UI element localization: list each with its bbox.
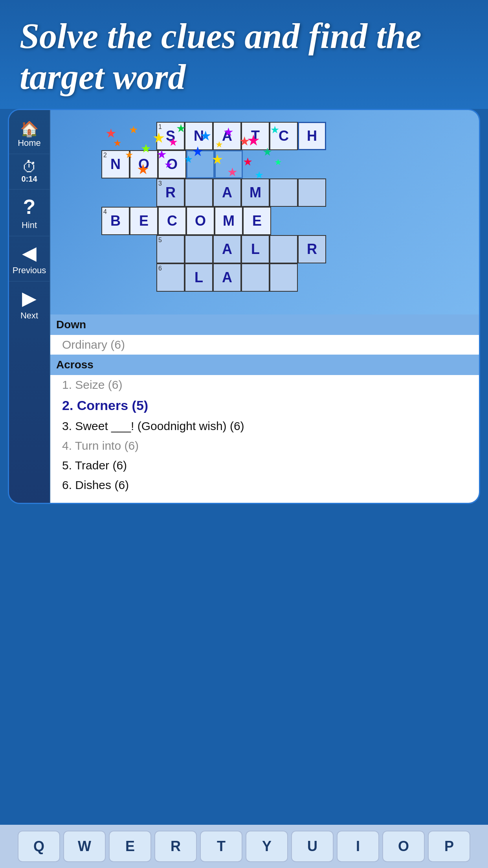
timer-value: 0:14	[21, 175, 37, 184]
key-o[interactable]: O	[382, 831, 425, 862]
clue-across-6[interactable]: 6. Dishes (6)	[58, 475, 471, 495]
cell-5-3[interactable]: A	[213, 235, 241, 263]
previous-label: Previous	[13, 265, 46, 276]
clue-down-1[interactable]: Ordinary (6)	[58, 335, 471, 355]
cell-4-5[interactable]: M	[215, 207, 243, 235]
grid-row-6: 6 L A	[156, 263, 326, 292]
timer-icon: ⏱	[22, 160, 37, 175]
cell-number: 4	[103, 208, 107, 215]
cell-3-6[interactable]	[298, 178, 326, 207]
key-y[interactable]: Y	[246, 831, 288, 862]
sidebar-item-timer: ⏱ 0:14	[9, 154, 50, 189]
cell-6-2[interactable]: L	[185, 263, 213, 292]
cell-1-5[interactable]: C	[270, 122, 298, 150]
clue-across-3[interactable]: 3. Sweet ___! (Goodnight wish) (6)	[58, 416, 471, 436]
cell-5-6[interactable]: R	[298, 235, 326, 263]
cell-number: 2	[103, 152, 107, 159]
header: Solve the clues and find the target word	[0, 0, 488, 109]
grid-row-2: 2 N O O	[101, 150, 326, 178]
sidebar-item-hint[interactable]: ? Hint	[9, 189, 50, 236]
grid-row-3: 3 R A M	[156, 178, 326, 207]
cell-2-5[interactable]	[215, 150, 243, 178]
grid-row-1: 1 S N A T C H	[156, 122, 326, 150]
key-q[interactable]: Q	[18, 831, 60, 862]
clue-across-2[interactable]: 2. Corners (5)	[58, 395, 471, 416]
cell-2-1[interactable]: 2 N	[101, 150, 130, 178]
cell-1-6[interactable]: H	[298, 122, 326, 150]
next-icon: ▶	[22, 287, 37, 309]
cell-4-4[interactable]: O	[186, 207, 215, 235]
clue-across-4[interactable]: 4. Turn into (6)	[58, 436, 471, 456]
game-body: 🏠 Home ⏱ 0:14 ? Hint ◀ Previous ▶ Next	[9, 110, 479, 503]
cell-6-1[interactable]: 6	[156, 263, 185, 292]
cell-2-2[interactable]: O	[130, 150, 158, 178]
cell-1-1[interactable]: 1 S	[156, 122, 185, 150]
next-label: Next	[20, 311, 38, 321]
crossword-grid: 1 S N A T C H 2 N	[101, 122, 326, 292]
header-title: Solve the clues and find the target word	[20, 16, 468, 97]
crossword-area: ★ ★ ★ ★ ★ ★ ★ ★ ★ ★ ★ ★ ★ ★ ★ ★ ★	[50, 110, 479, 314]
game-container: 🏠 Home ⏱ 0:14 ? Hint ◀ Previous ▶ Next	[8, 109, 480, 504]
down-header: Down	[50, 314, 479, 335]
sidebar-item-previous[interactable]: ◀ Previous	[9, 236, 50, 281]
sidebar: 🏠 Home ⏱ 0:14 ? Hint ◀ Previous ▶ Next	[9, 110, 50, 503]
cell-5-1[interactable]: 5	[156, 235, 185, 263]
cell-number: 6	[158, 265, 162, 272]
previous-icon: ◀	[22, 242, 37, 264]
cell-2-4[interactable]	[186, 150, 215, 178]
key-t[interactable]: T	[200, 831, 242, 862]
cell-5-5[interactable]	[270, 235, 298, 263]
cell-1-2[interactable]: N	[185, 122, 213, 150]
key-w[interactable]: W	[63, 831, 106, 862]
hint-icon: ?	[23, 195, 36, 219]
sidebar-item-home[interactable]: 🏠 Home	[9, 116, 50, 154]
home-icon: 🏠	[20, 121, 39, 136]
cell-number: 3	[158, 180, 162, 187]
cell-6-5[interactable]	[270, 263, 298, 292]
cell-5-4[interactable]: L	[241, 235, 270, 263]
cell-6-3[interactable]: A	[213, 263, 241, 292]
keyboard: Q W E R T Y U I O P	[0, 825, 488, 868]
cell-number: 1	[158, 123, 162, 131]
key-i[interactable]: I	[337, 831, 379, 862]
key-p[interactable]: P	[428, 831, 470, 862]
cell-3-1[interactable]: 3 R	[156, 178, 185, 207]
cell-3-2[interactable]	[185, 178, 213, 207]
cell-5-2[interactable]	[185, 235, 213, 263]
grid-row-5: 5 A L R	[156, 235, 326, 263]
clue-across-5[interactable]: 5. Trader (6)	[58, 456, 471, 475]
clues-area: Down Ordinary (6) Across 1. Seize (6) 2.…	[50, 314, 479, 503]
grid-row-4: 4 B E C O M E	[101, 207, 326, 235]
key-u[interactable]: U	[291, 831, 334, 862]
cell-4-3[interactable]: C	[158, 207, 186, 235]
cell-3-5[interactable]	[270, 178, 298, 207]
clue-across-1[interactable]: 1. Seize (6)	[58, 375, 471, 395]
cell-4-6[interactable]: E	[243, 207, 271, 235]
cell-6-4[interactable]	[241, 263, 270, 292]
cell-3-4[interactable]: M	[241, 178, 270, 207]
across-header: Across	[50, 355, 479, 375]
home-label: Home	[18, 138, 41, 148]
key-r[interactable]: R	[154, 831, 197, 862]
key-e[interactable]: E	[109, 831, 151, 862]
cell-number: 5	[158, 237, 162, 244]
cell-3-3[interactable]: A	[213, 178, 241, 207]
hint-label: Hint	[22, 220, 37, 230]
cell-1-4[interactable]: T	[241, 122, 270, 150]
sidebar-item-next[interactable]: ▶ Next	[9, 281, 50, 326]
cell-4-2[interactable]: E	[130, 207, 158, 235]
cell-2-3[interactable]: O	[158, 150, 186, 178]
cell-4-1[interactable]: 4 B	[101, 207, 130, 235]
cell-1-3[interactable]: A	[213, 122, 241, 150]
